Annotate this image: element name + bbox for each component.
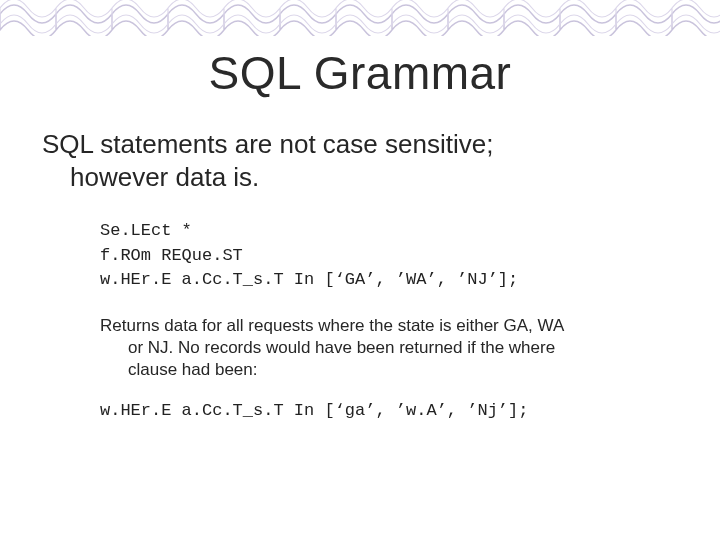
slide: SQL Grammar SQL statements are not case … bbox=[0, 0, 720, 540]
slide-title: SQL Grammar bbox=[36, 46, 684, 100]
lead-line-2: however data is. bbox=[42, 161, 678, 194]
code-line: Se.LEct * bbox=[100, 221, 192, 240]
explain-line: or NJ. No records would have been return… bbox=[100, 337, 660, 359]
code-line: w.HEr.E a.Cc.T_s.T In [‘GA’, ’WA’, ’NJ’]… bbox=[100, 270, 518, 289]
explain-paragraph: Returns data for all requests where the … bbox=[100, 315, 660, 381]
lead-line-1: SQL statements are not case sensitive; bbox=[42, 129, 493, 159]
explain-line: Returns data for all requests where the … bbox=[100, 316, 564, 335]
code-block-2: w.HEr.E a.Cc.T_s.T In [‘ga’, ’w.A’, ’Nj’… bbox=[100, 399, 684, 424]
explain-line: clause had been: bbox=[100, 359, 660, 381]
code-line: f.ROm REQue.ST bbox=[100, 246, 243, 265]
code-line: w.HEr.E a.Cc.T_s.T In [‘ga’, ’w.A’, ’Nj’… bbox=[100, 401, 528, 420]
lead-paragraph: SQL statements are not case sensitive; h… bbox=[42, 128, 678, 193]
code-block-1: Se.LEct * f.ROm REQue.ST w.HEr.E a.Cc.T_… bbox=[100, 219, 684, 293]
